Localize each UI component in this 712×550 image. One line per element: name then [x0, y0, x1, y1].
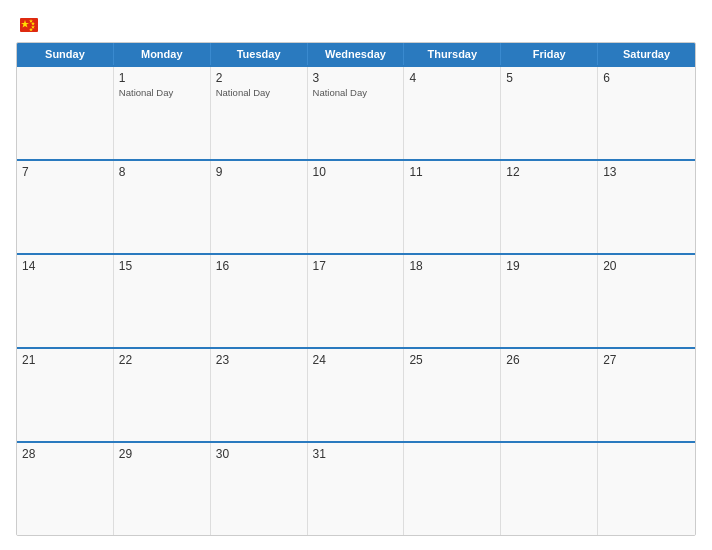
day-event: National Day: [119, 87, 205, 99]
header-day-friday: Friday: [501, 43, 598, 65]
calendar-cell: 16: [211, 255, 308, 347]
calendar-cell: 23: [211, 349, 308, 441]
calendar-cell: 13: [598, 161, 695, 253]
calendar-cell: 11: [404, 161, 501, 253]
day-number: 20: [603, 259, 690, 273]
day-number: 31: [313, 447, 399, 461]
day-number: 11: [409, 165, 495, 179]
calendar-cell: [17, 67, 114, 159]
calendar-cell: 17: [308, 255, 405, 347]
calendar-cell: 29: [114, 443, 211, 535]
day-number: 19: [506, 259, 592, 273]
calendar-header-row: SundayMondayTuesdayWednesdayThursdayFrid…: [17, 43, 695, 65]
calendar-cell: 6: [598, 67, 695, 159]
calendar-cell: 7: [17, 161, 114, 253]
day-number: 13: [603, 165, 690, 179]
day-number: 21: [22, 353, 108, 367]
day-number: 5: [506, 71, 592, 85]
day-number: 10: [313, 165, 399, 179]
day-number: 15: [119, 259, 205, 273]
header-day-sunday: Sunday: [17, 43, 114, 65]
day-number: 18: [409, 259, 495, 273]
calendar-cell: 12: [501, 161, 598, 253]
calendar-cell: 20: [598, 255, 695, 347]
header-day-saturday: Saturday: [598, 43, 695, 65]
calendar-page: SundayMondayTuesdayWednesdayThursdayFrid…: [0, 0, 712, 550]
calendar-cell: 2National Day: [211, 67, 308, 159]
day-number: 3: [313, 71, 399, 85]
day-number: 1: [119, 71, 205, 85]
calendar-body: 1National Day2National Day3National Day4…: [17, 65, 695, 535]
calendar-week-1: 1National Day2National Day3National Day4…: [17, 65, 695, 159]
calendar-cell: 21: [17, 349, 114, 441]
day-number: 23: [216, 353, 302, 367]
header-day-monday: Monday: [114, 43, 211, 65]
calendar-cell: 26: [501, 349, 598, 441]
calendar-cell: 18: [404, 255, 501, 347]
day-number: 26: [506, 353, 592, 367]
day-number: 29: [119, 447, 205, 461]
calendar-week-5: 28293031: [17, 441, 695, 535]
day-event: National Day: [313, 87, 399, 99]
calendar-cell: [404, 443, 501, 535]
day-event: National Day: [216, 87, 302, 99]
day-number: 2: [216, 71, 302, 85]
calendar-cell: 30: [211, 443, 308, 535]
day-number: 16: [216, 259, 302, 273]
calendar-cell: 5: [501, 67, 598, 159]
calendar-cell: 31: [308, 443, 405, 535]
day-number: 25: [409, 353, 495, 367]
day-number: 22: [119, 353, 205, 367]
header-day-wednesday: Wednesday: [308, 43, 405, 65]
calendar-cell: 25: [404, 349, 501, 441]
day-number: 7: [22, 165, 108, 179]
calendar-week-4: 21222324252627: [17, 347, 695, 441]
calendar-cell: 27: [598, 349, 695, 441]
calendar-cell: 4: [404, 67, 501, 159]
day-number: 30: [216, 447, 302, 461]
header-day-tuesday: Tuesday: [211, 43, 308, 65]
calendar-cell: 1National Day: [114, 67, 211, 159]
day-number: 28: [22, 447, 108, 461]
calendar-grid: SundayMondayTuesdayWednesdayThursdayFrid…: [16, 42, 696, 536]
calendar-cell: 28: [17, 443, 114, 535]
day-number: 14: [22, 259, 108, 273]
calendar-cell: 9: [211, 161, 308, 253]
calendar-week-3: 14151617181920: [17, 253, 695, 347]
calendar-week-2: 78910111213: [17, 159, 695, 253]
day-number: 9: [216, 165, 302, 179]
day-number: 17: [313, 259, 399, 273]
svg-rect-0: [20, 18, 38, 32]
day-number: 6: [603, 71, 690, 85]
header-day-thursday: Thursday: [404, 43, 501, 65]
calendar-cell: 22: [114, 349, 211, 441]
day-number: 27: [603, 353, 690, 367]
logo: [16, 14, 40, 36]
calendar-cell: 8: [114, 161, 211, 253]
flag-icon: [18, 14, 40, 36]
page-header: [16, 14, 696, 36]
calendar-cell: 15: [114, 255, 211, 347]
day-number: 8: [119, 165, 205, 179]
day-number: 4: [409, 71, 495, 85]
day-number: 24: [313, 353, 399, 367]
calendar-cell: 10: [308, 161, 405, 253]
calendar-cell: 19: [501, 255, 598, 347]
calendar-cell: 3National Day: [308, 67, 405, 159]
calendar-cell: [598, 443, 695, 535]
day-number: 12: [506, 165, 592, 179]
calendar-cell: 14: [17, 255, 114, 347]
calendar-cell: [501, 443, 598, 535]
calendar-cell: 24: [308, 349, 405, 441]
